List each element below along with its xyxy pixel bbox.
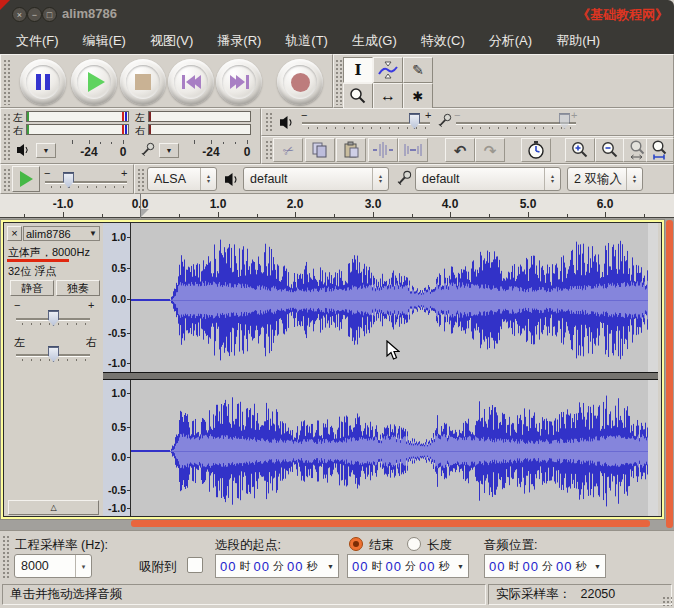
vertical-ruler-channel2[interactable]: 1.0 0.5 0.0 -0.5 -1.0 [103, 380, 131, 516]
minutes-value[interactable]: 00 [385, 559, 401, 574]
length-radio-label: 长度 [427, 537, 452, 554]
toolbar-grip[interactable] [3, 168, 10, 191]
toolbar-grip[interactable] [265, 140, 272, 161]
silence-button[interactable] [398, 138, 428, 162]
toolbar-grip[interactable] [137, 168, 144, 191]
snap-to-checkbox[interactable] [187, 557, 203, 573]
menu-generate[interactable]: 生成(G) [340, 28, 409, 54]
menu-help[interactable]: 帮助(H) [544, 28, 612, 54]
hours-value[interactable]: 00 [220, 559, 236, 574]
seconds-value[interactable]: 00 [287, 559, 303, 574]
playback-speed-slider[interactable] [45, 181, 127, 184]
seconds-value[interactable]: 00 [556, 559, 572, 574]
menu-effect[interactable]: 特效(C) [409, 28, 477, 54]
waveform-channel-2[interactable] [131, 380, 658, 516]
output-device-combo[interactable]: default ▴▾ [243, 167, 389, 191]
skip-to-end-button[interactable] [216, 59, 262, 105]
window-maximize-button[interactable]: □ [42, 7, 57, 22]
ruler-tick-label: 5.0 [520, 197, 537, 211]
menu-file[interactable]: 文件(F) [4, 28, 71, 54]
zoom-tool-button[interactable] [343, 83, 373, 109]
hours-value[interactable]: 00 [352, 559, 368, 574]
input-channels-combo[interactable]: 2 双输入 ▴▾ [567, 167, 643, 191]
zoom-out-button[interactable] [595, 138, 625, 162]
mute-button[interactable]: 静音 [10, 280, 54, 296]
seconds-value[interactable]: 00 [419, 559, 435, 574]
draw-tool-button[interactable]: ✎ [403, 57, 433, 83]
pause-button[interactable] [20, 59, 66, 105]
vertical-ruler-channel1[interactable]: 1.0 0.5 0.0 -0.5 -1.0 [103, 223, 131, 372]
combo-dropdown-icon[interactable]: ▾ [75, 555, 91, 577]
vertical-scrollbar[interactable] [666, 220, 673, 528]
skip-to-start-button[interactable] [168, 59, 214, 105]
envelope-tool-button[interactable] [373, 57, 403, 83]
recording-meter-right-bar[interactable] [148, 124, 251, 135]
toolbar-grip[interactable] [335, 59, 342, 105]
copy-button[interactable] [305, 138, 335, 162]
device-toolbar: ALSA ▴▾ default ▴▾ default ▴▾ 2 双输入 ▴▾ [134, 164, 674, 194]
trim-button[interactable] [368, 138, 398, 162]
menu-tracks[interactable]: 轨道(T) [273, 28, 340, 54]
audio-position-field[interactable]: 00时 00分 00秒 ▼ [484, 554, 606, 578]
timer-button[interactable] [521, 138, 551, 162]
output-slider-plus: + [425, 109, 431, 121]
status-hint: 单击并拖动选择音频 [2, 584, 486, 605]
menu-analyze[interactable]: 分析(A) [477, 28, 544, 54]
minutes-value[interactable]: 00 [522, 559, 538, 574]
redo-button[interactable]: ↷ [475, 138, 505, 162]
combo-spinner-icon[interactable]: ▴▾ [626, 168, 642, 190]
recording-meter-dropdown[interactable]: ▼ [159, 143, 179, 158]
field-dropdown-icon[interactable]: ▼ [594, 563, 601, 570]
paste-button[interactable] [336, 138, 366, 162]
undo-button[interactable]: ↶ [445, 138, 475, 162]
track-collapse-button[interactable]: △ [8, 500, 99, 515]
window-resize-grip[interactable] [662, 596, 672, 606]
play-button[interactable] [71, 59, 117, 105]
zoom-fit-button[interactable] [646, 138, 674, 162]
pan-left-label: 左 [14, 335, 25, 350]
end-radio[interactable] [349, 537, 363, 551]
channel-divider[interactable] [103, 372, 658, 380]
gain-plus: + [88, 299, 94, 311]
track-name-menu[interactable]: alim8786 ▼ [23, 226, 100, 241]
window-close-button[interactable]: × [12, 7, 27, 22]
recording-meter-left-bar[interactable] [148, 111, 251, 122]
window-minimize-button[interactable]: − [27, 7, 42, 22]
playback-meter-dropdown[interactable]: ▼ [36, 143, 56, 158]
menu-edit[interactable]: 编辑(E) [71, 28, 138, 54]
menu-transport[interactable]: 播录(R) [205, 28, 273, 54]
multi-tool-button[interactable]: ✱ [403, 83, 433, 109]
field-dropdown-icon[interactable]: ▼ [327, 563, 334, 570]
record-button[interactable] [277, 59, 323, 105]
hours-value[interactable]: 00 [489, 559, 505, 574]
toolbar-grip[interactable] [265, 112, 272, 133]
selection-tool-button[interactable]: I [343, 57, 373, 83]
stop-button[interactable] [120, 59, 166, 105]
input-device-combo[interactable]: default ▴▾ [415, 167, 561, 191]
menu-view[interactable]: 视图(V) [138, 28, 205, 54]
timeshift-tool-button[interactable]: ↔ [373, 83, 403, 109]
toolbar-grip[interactable] [3, 113, 10, 161]
toolbar-grip[interactable] [3, 59, 10, 105]
timeline-ruler[interactable]: -1.0 0.0 1.0 2.0 3.0 4.0 5.0 6.0 [0, 194, 674, 218]
track-close-button[interactable]: × [7, 226, 22, 241]
solo-button[interactable]: 独奏 [56, 280, 100, 296]
zoom-in-button[interactable] [565, 138, 595, 162]
toolbar-grip[interactable] [2, 535, 9, 579]
selection-start-field[interactable]: 00时 00分 00秒 ▼ [215, 554, 339, 578]
play-at-speed-button[interactable] [12, 166, 40, 192]
horizontal-scrollbar[interactable] [131, 520, 650, 527]
selection-end-field[interactable]: 00时 00分 00秒 ▼ [347, 554, 469, 578]
field-dropdown-icon[interactable]: ▼ [457, 563, 464, 570]
length-radio[interactable] [407, 537, 421, 551]
playback-meter-right-bar[interactable] [26, 124, 129, 135]
playback-meter-left-bar[interactable] [26, 111, 129, 122]
input-volume-slider[interactable] [456, 122, 576, 125]
combo-spinner-icon[interactable]: ▴▾ [544, 168, 560, 190]
cut-button[interactable]: ✂ [273, 138, 303, 162]
project-rate-combo[interactable]: 8000 ▾ [14, 554, 92, 578]
minutes-value[interactable]: 00 [253, 559, 269, 574]
audio-host-combo[interactable]: ALSA ▴▾ [147, 167, 217, 191]
combo-spinner-icon[interactable]: ▴▾ [200, 168, 216, 190]
combo-spinner-icon[interactable]: ▴▾ [372, 168, 388, 190]
